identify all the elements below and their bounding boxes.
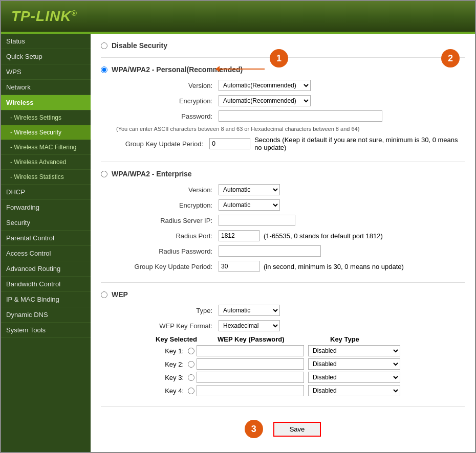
wep-key2-radio[interactable] bbox=[188, 361, 194, 368]
wpa-enterprise-version-label: Version: bbox=[116, 186, 219, 194]
wpa-enterprise-section: WPA/WPA2 - Enterprise Version: Automatic… bbox=[101, 170, 465, 272]
wep-key4-radio[interactable] bbox=[188, 388, 194, 394]
table-row: Key 1: Disabled64-Bit128-Bit152-Bit bbox=[116, 345, 465, 356]
wep-key2-type-select[interactable]: Disabled64-Bit128-Bit152-Bit bbox=[308, 358, 400, 370]
wep-key2-input[interactable] bbox=[197, 358, 304, 370]
wpa-enterprise-version-select[interactable]: Automatic WPA WPA2 bbox=[219, 184, 280, 195]
annotation-2: 2 bbox=[441, 49, 460, 67]
sidebar-item-network[interactable]: Network bbox=[1, 80, 91, 95]
wpa-enterprise-group-key-row: Group Key Update Period: (in second, min… bbox=[101, 261, 465, 272]
wpa-enterprise-encryption-value: Automatic TKIP AES bbox=[219, 199, 280, 211]
wpa-personal-encryption-row: Encryption: Automatic(Recommended) TKIP … bbox=[101, 95, 465, 106]
sidebar-item-dhcp[interactable]: DHCP bbox=[1, 185, 91, 200]
wpa-enterprise-radius-ip-row: Radius Server IP: bbox=[101, 215, 465, 226]
sidebar-item-wireless-settings[interactable]: - Wireless Settings bbox=[1, 110, 91, 125]
wpa-enterprise-radius-port-value: (1-65535, 0 stands for default port 1812… bbox=[219, 230, 383, 241]
wep-key3-radio[interactable] bbox=[188, 374, 194, 381]
wep-key1-type-select[interactable]: Disabled64-Bit128-Bit152-Bit bbox=[308, 345, 400, 356]
wpa-personal-version-label: Version: bbox=[116, 82, 219, 89]
sidebar-item-dynamic-dns[interactable]: Dynamic DNS bbox=[1, 307, 91, 323]
wpa-enterprise-encryption-select[interactable]: Automatic TKIP AES bbox=[219, 199, 280, 211]
wep-keys-table: Key Selected WEP Key (Password) Key Type… bbox=[116, 335, 465, 396]
table-row: Key 2: Disabled64-Bit128-Bit152-Bit bbox=[116, 358, 465, 370]
logo-trademark: ® bbox=[71, 9, 77, 17]
wpa-enterprise-group-key-label: Group Key Update Period: bbox=[116, 263, 219, 270]
sidebar-item-bandwidth-control[interactable]: Bandwidth Control bbox=[1, 277, 91, 292]
wpa-personal-password-input[interactable] bbox=[219, 110, 382, 122]
sidebar-item-parental-control[interactable]: Parental Control bbox=[1, 231, 91, 246]
wep-key4-type-select[interactable]: Disabled64-Bit128-Bit152-Bit bbox=[308, 385, 400, 396]
wep-label: WEP bbox=[112, 290, 128, 299]
disable-security-label: Disable Security bbox=[112, 41, 167, 50]
sidebar-item-wireless-advanced[interactable]: - Wireless Advanced bbox=[1, 155, 91, 170]
content-pane: 1 2 Disable Security WPA/WPA2 - Personal… bbox=[91, 34, 475, 452]
annotation-3: 3 bbox=[245, 420, 263, 438]
wpa-enterprise-radius-port-input[interactable] bbox=[219, 230, 259, 241]
sidebar-item-wireless-mac-filtering[interactable]: - Wireless MAC Filtering bbox=[1, 140, 91, 155]
header: TP-LINK® bbox=[1, 1, 475, 32]
wep-key1-radio[interactable] bbox=[188, 348, 194, 354]
wep-type-select[interactable]: Automatic Open System Shared Key bbox=[219, 305, 280, 316]
wep-format-row: WEP Key Format: Hexadecimal ASCII bbox=[101, 320, 465, 331]
disable-security-radio[interactable] bbox=[101, 42, 107, 49]
main-area: Status Quick Setup WPS Network Wireless … bbox=[1, 34, 475, 452]
sidebar-item-wireless[interactable]: Wireless bbox=[1, 95, 91, 110]
wpa-personal-password-label: Password: bbox=[116, 112, 219, 120]
wep-radio[interactable] bbox=[101, 291, 107, 298]
table-row: Key 3: Disabled64-Bit128-Bit152-Bit bbox=[116, 372, 465, 383]
app-window: TP-LINK® Status Quick Setup WPS Network … bbox=[0, 0, 476, 453]
wep-type-row: Type: Automatic Open System Shared Key bbox=[101, 305, 465, 316]
sidebar-item-wireless-statistics[interactable]: - Wireless Statistics bbox=[1, 170, 91, 185]
sidebar-item-system-tools[interactable]: System Tools bbox=[1, 323, 91, 338]
wep-key1-label: Key 1: bbox=[116, 347, 188, 355]
wep-type-value: Automatic Open System Shared Key bbox=[219, 305, 280, 316]
wpa-personal-group-key-value: Seconds (Keep it default if you are not … bbox=[209, 136, 465, 151]
wpa-personal-encryption-select[interactable]: Automatic(Recommended) TKIP AES bbox=[219, 95, 311, 106]
sidebar-item-advanced-routing[interactable]: Advanced Routing bbox=[1, 261, 91, 277]
wpa-enterprise-label: WPA/WPA2 - Enterprise bbox=[112, 170, 192, 178]
disable-security-section: Disable Security bbox=[101, 41, 465, 50]
sidebar-item-quick-setup[interactable]: Quick Setup bbox=[1, 49, 91, 64]
wep-key4-input[interactable] bbox=[197, 385, 304, 396]
wpa-personal-section: WPA/WPA2 - Personal(Recommended) Version… bbox=[101, 65, 465, 151]
sidebar-item-access-control[interactable]: Access Control bbox=[1, 246, 91, 261]
wpa-enterprise-version-value: Automatic WPA WPA2 bbox=[219, 184, 280, 195]
wpa-personal-label: WPA/WPA2 - Personal(Recommended) bbox=[112, 65, 243, 74]
wep-header-row: Key Selected WEP Key (Password) Key Type bbox=[116, 335, 465, 343]
save-button[interactable]: Save bbox=[273, 422, 321, 437]
wep-format-select[interactable]: Hexadecimal ASCII bbox=[219, 320, 280, 331]
sidebar-item-security[interactable]: Security bbox=[1, 215, 91, 231]
wpa-personal-group-key-row: Group Key Update Period: Seconds (Keep i… bbox=[101, 136, 465, 151]
wpa-enterprise-header: WPA/WPA2 - Enterprise bbox=[101, 170, 465, 178]
wpa-personal-radio[interactable] bbox=[101, 66, 107, 73]
sidebar-item-status[interactable]: Status bbox=[1, 34, 91, 49]
wep-key3-input[interactable] bbox=[197, 372, 304, 383]
sidebar-item-wps[interactable]: WPS bbox=[1, 64, 91, 80]
wpa-enterprise-radius-password-input[interactable] bbox=[219, 245, 321, 257]
sidebar-item-forwarding[interactable]: Forwarding bbox=[1, 200, 91, 215]
wpa-enterprise-radio[interactable] bbox=[101, 171, 107, 177]
sidebar-item-wireless-security[interactable]: - Wireless Security bbox=[1, 125, 91, 140]
wep-type-label: Type: bbox=[116, 307, 219, 314]
arrow-1 bbox=[219, 69, 265, 70]
wpa-enterprise-group-key-input[interactable] bbox=[219, 261, 259, 272]
wpa-enterprise-radius-password-value bbox=[219, 245, 321, 257]
wpa-personal-group-key-input[interactable] bbox=[209, 138, 250, 149]
wep-key3-type-select[interactable]: Disabled64-Bit128-Bit152-Bit bbox=[308, 372, 400, 383]
sidebar-item-ip-mac-binding[interactable]: IP & MAC Binding bbox=[1, 292, 91, 307]
wpa-enterprise-group-key-value: (in second, minimum is 30, 0 means no up… bbox=[219, 261, 404, 272]
logo-text: TP-LINK bbox=[11, 8, 71, 24]
wep-col-key-selected-header: Key Selected bbox=[116, 335, 203, 343]
wpa-enterprise-encryption-row: Encryption: Automatic TKIP AES bbox=[101, 199, 465, 211]
wep-header: WEP bbox=[101, 290, 465, 299]
wpa-personal-password-row: Password: bbox=[101, 110, 465, 122]
sidebar: Status Quick Setup WPS Network Wireless … bbox=[1, 34, 91, 452]
wpa-enterprise-version-row: Version: Automatic WPA WPA2 bbox=[101, 184, 465, 195]
wpa-enterprise-radius-ip-input[interactable] bbox=[219, 215, 295, 226]
wpa-personal-password-hint: (You can enter ASCII characters between … bbox=[101, 126, 465, 132]
wpa-enterprise-radius-password-label: Radius Password: bbox=[116, 247, 219, 255]
wpa-personal-version-select[interactable]: Automatic(Recommended) WPA WPA2 bbox=[219, 80, 311, 91]
logo: TP-LINK® bbox=[11, 8, 77, 25]
wep-key1-input[interactable] bbox=[197, 345, 304, 356]
wpa-personal-group-key-label: Group Key Update Period: bbox=[116, 140, 209, 148]
